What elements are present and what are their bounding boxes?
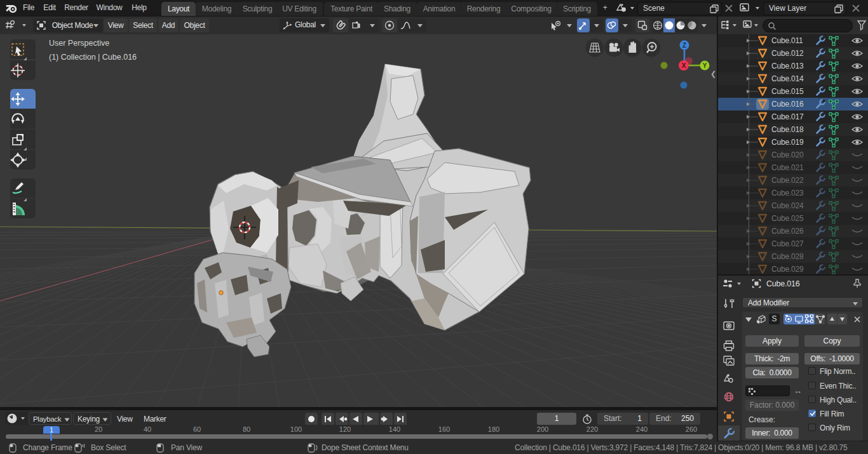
svg-text:X: X bbox=[681, 62, 686, 69]
svg-text:Z: Z bbox=[682, 42, 686, 49]
svg-text:Y: Y bbox=[703, 62, 707, 69]
